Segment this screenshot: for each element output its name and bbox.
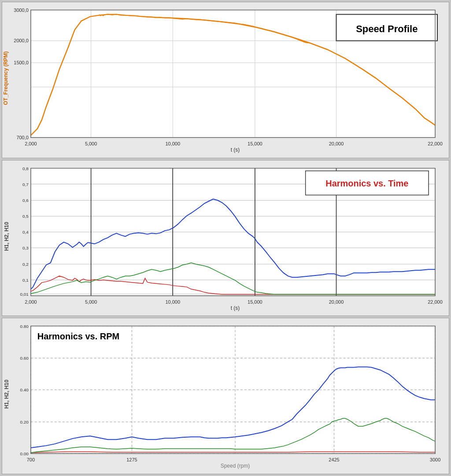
svg-text:t (s): t (s) (231, 147, 240, 153)
speed-profile-panel: OT_Frequency (RPM) 3000,0 2000,0 1500,0 … (2, 2, 449, 158)
svg-text:0.60: 0.60 (20, 356, 29, 361)
svg-text:5,000: 5,000 (85, 299, 97, 305)
svg-text:22,000: 22,000 (428, 299, 443, 305)
svg-text:0,5: 0,5 (22, 214, 29, 219)
svg-text:0.00: 0.00 (20, 451, 29, 456)
svg-text:1500,0: 1500,0 (14, 60, 29, 65)
svg-text:3000,0: 3000,0 (14, 7, 29, 13)
svg-text:0,1: 0,1 (22, 278, 29, 283)
svg-text:0,8: 0,8 (22, 166, 29, 171)
svg-text:700,0: 700,0 (16, 135, 28, 140)
svg-text:15,000: 15,000 (248, 141, 262, 146)
svg-text:0,4: 0,4 (22, 230, 29, 234)
svg-text:10,000: 10,000 (165, 299, 180, 305)
charts-container: OT_Frequency (RPM) 3000,0 2000,0 1500,0 … (0, 0, 451, 476)
svg-text:0,3: 0,3 (22, 245, 29, 250)
svg-text:0,6: 0,6 (22, 198, 29, 203)
harmonics-time-panel: H1, H2, H10 0,8 0,7 0,6 0,5 0,4 0,3 0,2 … (2, 160, 449, 316)
svg-text:t (s): t (s) (231, 305, 240, 311)
svg-text:5,000: 5,000 (85, 141, 97, 146)
harmonics-time-title: Harmonics vs. Time (325, 178, 408, 188)
svg-text:Speed (rpm): Speed (rpm) (221, 463, 250, 469)
svg-text:OT_Frequency (RPM): OT_Frequency (RPM) (3, 51, 9, 105)
svg-text:0.20: 0.20 (20, 420, 29, 425)
svg-text:22,000: 22,000 (428, 141, 443, 146)
svg-text:20,000: 20,000 (329, 299, 344, 305)
svg-text:15,000: 15,000 (248, 299, 262, 305)
svg-text:3000: 3000 (430, 457, 440, 462)
svg-text:20,000: 20,000 (329, 141, 344, 146)
harmonics-rpm-title: Harmonics vs. RPM (37, 331, 119, 341)
svg-text:H1, H2, H10: H1, H2, H10 (4, 379, 10, 409)
svg-text:0,01: 0,01 (20, 292, 29, 297)
svg-text:0,2: 0,2 (22, 262, 29, 267)
svg-text:0.40: 0.40 (20, 388, 29, 393)
svg-text:2000,0: 2000,0 (14, 38, 29, 44)
svg-text:0,7: 0,7 (22, 182, 29, 186)
svg-text:H1, H2, H10: H1, H2, H10 (4, 222, 10, 251)
svg-text:700: 700 (27, 457, 35, 462)
svg-text:10,000: 10,000 (165, 141, 180, 146)
svg-text:2,000: 2,000 (25, 299, 37, 305)
harmonics-rpm-panel: H1, H2, H10 0.80 0.60 0.40 0.20 0.00 700… (2, 318, 449, 474)
svg-text:2425: 2425 (329, 457, 339, 462)
svg-text:1275: 1275 (126, 457, 137, 462)
speed-profile-title: Speed Profile (356, 23, 418, 34)
svg-text:0.80: 0.80 (20, 324, 29, 329)
svg-text:2,000: 2,000 (25, 141, 37, 146)
